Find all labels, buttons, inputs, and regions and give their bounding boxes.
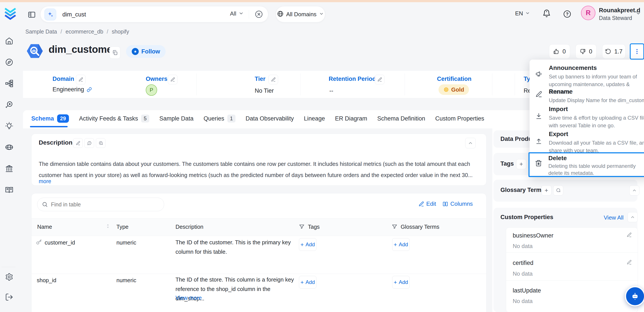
meta-divider (515, 73, 515, 95)
comment-description-button[interactable] (84, 138, 94, 148)
add-tag-button[interactable]: + Add (299, 276, 316, 288)
view-all-link[interactable]: View All (604, 214, 624, 221)
find-in-table-input[interactable] (50, 200, 156, 209)
chat-assistant-button[interactable] (625, 286, 644, 306)
search-scope-dropdown[interactable]: All (230, 10, 244, 17)
menu-item-announcements[interactable]: Announcements Set up banners to inform y… (530, 63, 644, 87)
add-glossary-term-button[interactable]: + Add (392, 276, 410, 288)
view-more-link[interactable]: View more (176, 295, 202, 301)
breadcrumb-item[interactable]: shopify (112, 29, 129, 35)
chevron-down-icon (525, 11, 530, 17)
meta-domain-label: Domain (52, 76, 74, 82)
nav-govern-icon[interactable] (5, 165, 13, 174)
menu-item-title: Rename (549, 88, 573, 95)
tab-lineage[interactable]: Lineage (304, 115, 325, 122)
filter-funnel-icon[interactable] (299, 224, 304, 230)
tab-queries[interactable]: Queries 1 (204, 115, 236, 122)
add-glossary-term-button[interactable]: + Add (392, 238, 410, 251)
breadcrumb-item[interactable]: ecommerce_db (66, 29, 103, 35)
thumbs-up-icon (553, 48, 559, 55)
description-text: The dimension table contains data about … (39, 159, 478, 181)
filter-funnel-icon[interactable] (392, 224, 398, 230)
gold-medal-icon (443, 87, 449, 92)
glossary-request-icon[interactable] (553, 185, 563, 195)
user-menu-chevron-icon[interactable] (636, 11, 641, 17)
menu-item-import[interactable]: Import Save time & effort by uploading a… (530, 104, 644, 129)
description-more-link[interactable]: more (39, 178, 51, 185)
menu-item-description: Update Display Name for the dim_customer… (549, 96, 644, 104)
property-key: lastUpdate (513, 287, 541, 294)
avatar[interactable]: R (581, 6, 596, 20)
notifications-bell-icon[interactable] (542, 9, 551, 19)
edit-property-button[interactable] (626, 260, 632, 266)
ai-suggest-description-button[interactable] (96, 138, 106, 148)
nav-explore-icon[interactable] (5, 58, 13, 67)
menu-item-rename[interactable]: Rename Update Display Name for the dim_c… (530, 87, 644, 104)
column-header-name[interactable]: Name (37, 224, 52, 230)
edit-table-button[interactable]: Edit (418, 201, 436, 207)
sort-icon[interactable] (105, 223, 111, 230)
rail-divider (2, 267, 16, 267)
tab-sample-data[interactable]: Sample Data (159, 115, 194, 122)
tab-schema-definition[interactable]: Schema Definition (377, 115, 425, 122)
menu-item-export[interactable]: Export Download all your Table as a CSV … (530, 129, 644, 153)
add-tag-button[interactable]: + Add (299, 238, 316, 251)
nav-domains-icon[interactable] (5, 143, 13, 152)
edit-domain-button[interactable] (76, 75, 86, 84)
edit-property-button[interactable] (626, 232, 632, 238)
nav-insights-icon[interactable] (5, 122, 13, 131)
tab-activity-feeds[interactable]: Activity Feeds & Tasks 5 (79, 115, 149, 122)
language-dropdown[interactable]: EN (515, 10, 530, 17)
global-search-bar[interactable]: All (40, 6, 268, 22)
edit-retention-button[interactable] (375, 75, 384, 84)
manage-entity-button[interactable] (630, 43, 644, 60)
collapse-custom-properties-button[interactable] (628, 212, 638, 222)
tab-schema[interactable]: Schema 29 (31, 114, 69, 123)
breadcrumb-item[interactable]: Sample Data (26, 29, 57, 35)
nav-home-icon[interactable] (5, 37, 13, 46)
follow-button[interactable]: ★ Follow (126, 45, 166, 58)
nav-observability-icon[interactable] (5, 101, 13, 110)
property-key: certified (513, 260, 534, 266)
search-divider (249, 10, 249, 19)
tab-custom-properties[interactable]: Custom Properties (435, 115, 484, 122)
meta-divider (196, 73, 196, 95)
settings-gear-icon[interactable] (5, 273, 13, 282)
collapse-description-button[interactable] (465, 138, 476, 148)
tab-data-observability[interactable]: Data Observability (246, 115, 294, 122)
columns-config-button[interactable]: Columns (442, 201, 473, 207)
schema-table-card: Edit Columns Name Type Description Tags … (31, 193, 486, 312)
nav-lineage-icon[interactable] (5, 79, 13, 89)
clear-search-icon[interactable] (254, 10, 263, 20)
nav-glossary-icon[interactable] (5, 186, 13, 195)
edit-tier-button[interactable] (268, 75, 278, 84)
owner-avatar[interactable]: P (146, 84, 157, 96)
collapse-glossary-button[interactable] (629, 185, 640, 195)
search-input[interactable] (62, 10, 212, 20)
column-header-description: Description (176, 224, 204, 230)
sidebar-toggle-icon[interactable] (28, 11, 36, 20)
glossary-term-section: Glossary Term + (494, 180, 638, 202)
menu-item-delete[interactable]: Delete Deleting this table would permane… (528, 152, 644, 177)
logout-icon[interactable] (5, 293, 13, 302)
add-glossary-button[interactable]: + (541, 185, 552, 195)
app-logo[interactable] (4, 7, 17, 22)
copy-name-button[interactable] (110, 47, 120, 59)
downvote-button[interactable]: 0 (576, 44, 596, 59)
edit-owners-button[interactable] (168, 75, 178, 84)
column-name[interactable]: customer_id (45, 239, 75, 246)
version-button[interactable]: 1.7 (602, 44, 626, 59)
description-card: Description The dimension table contains… (31, 134, 486, 186)
add-tags-button[interactable]: + (516, 159, 526, 169)
tab-er-diagram[interactable]: ER Diagram (335, 115, 367, 122)
meta-owners-label: Owners (146, 76, 168, 82)
ai-sparkle-icon[interactable] (44, 9, 56, 20)
help-icon[interactable]: ? (563, 10, 572, 19)
meta-domain-value[interactable]: Engineering (52, 86, 92, 93)
column-name[interactable]: shop_id (37, 277, 56, 283)
upvote-button[interactable]: 0 (549, 44, 570, 59)
edit-description-button[interactable] (73, 138, 83, 148)
property-value: No data (513, 243, 532, 250)
domains-filter-dropdown[interactable]: All Domains (276, 6, 325, 22)
plus-icon: + (394, 279, 397, 286)
